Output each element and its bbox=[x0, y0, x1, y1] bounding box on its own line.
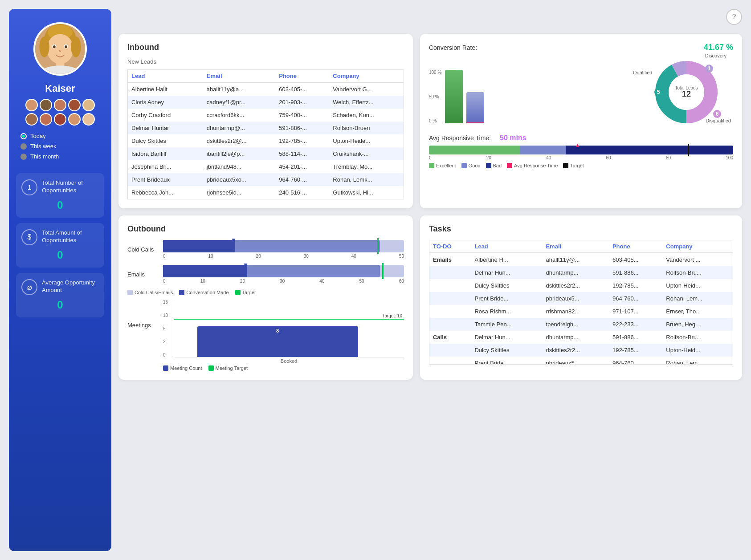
emails-target bbox=[382, 263, 384, 279]
axis-20: 20 bbox=[240, 279, 245, 284]
legend-meeting-target: Meeting Target bbox=[208, 365, 248, 371]
cell-lead: Dulcy Skittles bbox=[471, 279, 542, 292]
cell-todo: Calls bbox=[429, 331, 471, 344]
y-15: 15 bbox=[163, 300, 172, 304]
table-row[interactable]: Delmar Hun...dhuntarmp...591-886...Rolfs… bbox=[429, 266, 733, 279]
legend-excellent: Excellent bbox=[429, 163, 456, 168]
new-leads-subtitle: New Leads bbox=[127, 58, 404, 65]
cell-phone: 588-114-... bbox=[275, 147, 329, 160]
cell-lead: Prent Brideaux bbox=[128, 173, 203, 186]
cell-email: dhuntarmp... bbox=[542, 266, 608, 279]
team-avatar bbox=[54, 113, 66, 126]
inbound-title: Inbound bbox=[127, 43, 404, 52]
cell-todo bbox=[429, 266, 471, 279]
team-avatar bbox=[54, 99, 66, 111]
cell-email: pbrideaux5... bbox=[542, 357, 608, 365]
table-row[interactable]: Prent Bride...pbrideaux5...964-760...Roh… bbox=[429, 357, 733, 365]
legend-good-label: Good bbox=[469, 163, 481, 168]
table-row[interactable]: Tammie Pen...tpendreigh...922-233...Brue… bbox=[429, 318, 733, 331]
legend-meeting-count-dot bbox=[163, 365, 168, 371]
table-row[interactable]: Dulcy Skittlesdskittles2r2...192-785...U… bbox=[429, 279, 733, 292]
axis-60: 60 bbox=[399, 279, 404, 284]
period-today[interactable]: Today bbox=[20, 133, 104, 139]
team-avatar bbox=[40, 99, 52, 111]
meeting-bars-area: Target: 10 8 bbox=[174, 300, 404, 357]
table-row[interactable]: Cloris Adneycadneyf1@pr...201-903-...Wel… bbox=[128, 96, 404, 109]
bar-chart: 100 % 50 % 0 % bbox=[429, 61, 635, 123]
team-avatar bbox=[68, 99, 81, 111]
cell-company: Rolfson-Bruen bbox=[329, 122, 404, 134]
table-row[interactable]: Prent Brideauxpbrideaux5xo...964-760-...… bbox=[128, 173, 404, 186]
team-avatar bbox=[40, 113, 52, 126]
cell-company: Schaden, Kun... bbox=[329, 109, 404, 122]
table-row[interactable]: Rosa Rishm...rrishman82...971-107...Erns… bbox=[429, 305, 733, 318]
emails-dark bbox=[163, 265, 247, 277]
legend-target-label: Target bbox=[570, 163, 584, 168]
meeting-bar-booked: 8 bbox=[197, 326, 358, 357]
cell-phone: 192-785... bbox=[609, 344, 662, 357]
table-row[interactable]: Prent Bride...pbrideaux5...964-760...Roh… bbox=[429, 292, 733, 305]
col-company: Company bbox=[662, 240, 733, 253]
tasks-panel: Tasks TO-DO Lead Email Phone Company bbox=[420, 215, 742, 380]
table-row[interactable]: Isidora Banfillibanfill2je@p...588-114-.… bbox=[128, 147, 404, 160]
meeting-y-area: 15 10 5 2 0 bbox=[163, 300, 404, 357]
leads-table-wrapper[interactable]: Lead Email Phone Company Albertine Hallt… bbox=[127, 69, 404, 199]
y-label-50: 50 % bbox=[429, 94, 441, 99]
avg-header: Avg Responsive Time: 50 mins bbox=[429, 134, 733, 142]
bar-chart-area: 100 % 50 % 0 % bbox=[429, 61, 635, 123]
conversion-label: Conversion Rate: bbox=[429, 44, 477, 51]
cell-company: Rolfson-Bru... bbox=[662, 266, 733, 279]
cell-lead: Rebbecca Joh... bbox=[128, 186, 203, 199]
cell-company: Cruikshank-... bbox=[329, 147, 404, 160]
period-week[interactable]: This week bbox=[20, 143, 104, 150]
table-row[interactable]: CallsDelmar Hun...dhuntarmp...591-886...… bbox=[429, 331, 733, 344]
table-row[interactable]: Delmar Huntardhuntarmp@...591-886-...Rol… bbox=[128, 122, 404, 134]
kpi-avg-amount: ⌀ Average OpportunityAmount 0 bbox=[16, 273, 104, 317]
legend-avg-response: Avg Response Time bbox=[507, 163, 558, 168]
help-button[interactable]: ? bbox=[726, 9, 742, 25]
period-month[interactable]: This month bbox=[20, 153, 104, 160]
table-row[interactable]: Rebbecca Joh...rjohnsee5id...240-516-...… bbox=[128, 186, 404, 199]
kpi-top: $ Total Amount ofOpportunities bbox=[21, 229, 99, 245]
meeting-target-label: Target: 10 bbox=[382, 313, 402, 318]
emails-arrow: ▼ bbox=[243, 261, 249, 268]
legend-excellent-label: Excellent bbox=[436, 163, 456, 168]
emails-bg: ▼ bbox=[163, 265, 404, 277]
kpi-avg-value: 0 bbox=[21, 299, 99, 311]
table-row[interactable]: Josephina Bri...jbritland948...454-201-.… bbox=[128, 160, 404, 173]
donut-area: Total Leads 12 Discovery Qualified Disqu… bbox=[644, 57, 733, 128]
cell-email: ahallt11y@... bbox=[542, 253, 608, 266]
table-row[interactable]: Dulcy Skittlesdskittles2r2@...192-785-..… bbox=[128, 134, 404, 147]
bar-marker-line bbox=[466, 122, 484, 123]
table-row[interactable]: Dulcy Skittlesdskittles2r2...192-785...U… bbox=[429, 344, 733, 357]
svg-point-3 bbox=[47, 34, 73, 64]
meeting-bar-value: 8 bbox=[276, 328, 279, 333]
legend-cold-label: Cold Calls/Emails bbox=[135, 290, 173, 295]
cell-todo bbox=[429, 305, 471, 318]
cell-lead: Prent Bride... bbox=[471, 292, 542, 305]
cell-lead: Cloris Adney bbox=[128, 96, 203, 109]
top-row: Inbound New Leads Lead Email Phone Compa… bbox=[118, 34, 742, 208]
cell-phone: 922-233... bbox=[609, 318, 662, 331]
legend-cold: Cold Calls/Emails bbox=[127, 290, 173, 295]
cell-lead: Isidora Banfill bbox=[128, 147, 203, 160]
table-row[interactable]: Albertine Halltahallt11y@a...603-405-...… bbox=[128, 82, 404, 96]
team-avatar bbox=[25, 113, 38, 126]
y-5: 5 bbox=[163, 326, 172, 331]
legend-conv: Conversation Made bbox=[179, 290, 229, 295]
meeting-legend: Meeting Count Meeting Target bbox=[163, 365, 404, 371]
tasks-header-row: TO-DO Lead Email Phone Company bbox=[429, 240, 733, 253]
tasks-table-wrapper[interactable]: TO-DO Lead Email Phone Company EmailsAlb… bbox=[429, 240, 733, 365]
table-row[interactable]: EmailsAlbertine H...ahallt11y@...603-405… bbox=[429, 253, 733, 266]
cell-todo bbox=[429, 292, 471, 305]
legend-conv-label: Conversation Made bbox=[186, 290, 229, 295]
cell-lead: Albertine Hallt bbox=[128, 82, 203, 96]
sidebar: Kaiser Today bbox=[9, 9, 111, 551]
axis-50: 50 bbox=[399, 254, 404, 259]
cell-phone: 240-516-... bbox=[275, 186, 329, 199]
table-row[interactable]: Corby Craxfordccraxford6kk...759-400-...… bbox=[128, 109, 404, 122]
cold-calls-target bbox=[377, 238, 379, 254]
meeting-y-labels: 15 10 5 2 0 bbox=[163, 300, 172, 357]
conversion-body: 100 % 50 % 0 % bbox=[429, 57, 733, 128]
cell-company: Gutkowski, Hi... bbox=[329, 186, 404, 199]
